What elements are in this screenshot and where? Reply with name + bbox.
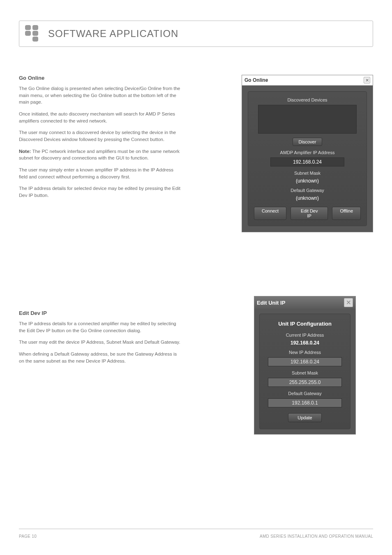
page-header: SOFTWARE APPLICATION	[19, 21, 373, 47]
edit-dev-ip-para-1: The IP address details for a connected a…	[19, 320, 183, 334]
manual-name: AMD SERIES INSTALLATION AND OPERATION MA…	[260, 534, 373, 539]
discover-button[interactable]: Discover	[293, 138, 323, 146]
connect-button[interactable]: Connect	[254, 207, 286, 220]
subnet-mask-value: (unknown)	[254, 178, 361, 184]
current-ip-value: 192.168.0.24	[265, 340, 345, 346]
update-button[interactable]: Update	[288, 413, 321, 422]
edit-dev-ip-para-2: The user may edit the device IP Address,…	[19, 339, 183, 346]
close-icon[interactable]: ✕	[364, 77, 370, 83]
edit-unit-ip-title: Edit Unit IP	[257, 300, 285, 306]
go-online-para-6: The IP address details for selected devi…	[19, 185, 183, 199]
page-number: PAGE 10	[19, 534, 37, 539]
default-gateway-label-2: Default Gateway	[265, 391, 345, 396]
go-online-para-5: The user may simply enter a known amplif…	[19, 166, 183, 180]
discovered-devices-label: Discovered Devices	[254, 97, 361, 102]
go-online-para-3: The user may connect to a discovered dev…	[19, 129, 183, 143]
page-title: SOFTWARE APPLICATION	[48, 28, 178, 39]
section-edit-dev-ip-heading: Edit Dev IP	[19, 310, 183, 316]
amp-ip-input[interactable]: 192.168.0.24	[270, 157, 344, 166]
amp-ip-label: AMDP Amplifier IP Address	[254, 150, 361, 155]
edit-unit-ip-dialog: Edit Unit IP ✕ Unit IP Configuration Cur…	[254, 296, 356, 435]
default-gateway-label: Default Gateway	[254, 188, 361, 193]
go-online-para-1: The Go Online dialog is presented when s…	[19, 85, 183, 106]
current-ip-label: Current IP Address	[265, 333, 345, 338]
subnet-mask-label: Subnet Mask	[254, 171, 361, 176]
go-online-titlebar: Go Online ✕	[242, 75, 373, 86]
section-go-online-heading: Go Online	[19, 75, 183, 81]
default-gateway-value: (unknown)	[254, 195, 361, 201]
edit-dev-ip-button[interactable]: Edit Dev IP	[291, 207, 328, 220]
edit-dev-ip-para-3: When defining a Default Gateway address,…	[19, 351, 183, 364]
logo-icon	[23, 25, 41, 42]
go-online-dialog: Go Online ✕ Discovered Devices Discover …	[242, 75, 373, 232]
close-icon[interactable]: ✕	[344, 298, 353, 307]
discovered-devices-list[interactable]	[258, 105, 357, 134]
unit-ip-configuration-title: Unit IP Configuration	[265, 321, 345, 327]
offline-button[interactable]: Offline	[332, 207, 361, 220]
subnet-mask-input[interactable]: 255.255.255.0	[268, 378, 342, 387]
edit-unit-ip-titlebar: Edit Unit IP ✕	[254, 296, 355, 309]
new-ip-input[interactable]: 192.168.0.24	[268, 357, 342, 366]
go-online-para-4: Note: The PC network interface and ampli…	[19, 148, 183, 162]
go-online-para-2: Once initiated, the auto discovery mecha…	[19, 111, 183, 124]
default-gateway-input[interactable]: 192.168.0.1	[268, 398, 342, 407]
subnet-mask-label-2: Subnet Mask	[265, 370, 345, 375]
page-footer: PAGE 10 AMD SERIES INSTALLATION AND OPER…	[19, 529, 373, 539]
go-online-title: Go Online	[244, 77, 268, 83]
new-ip-label: New IP Address	[265, 350, 345, 355]
